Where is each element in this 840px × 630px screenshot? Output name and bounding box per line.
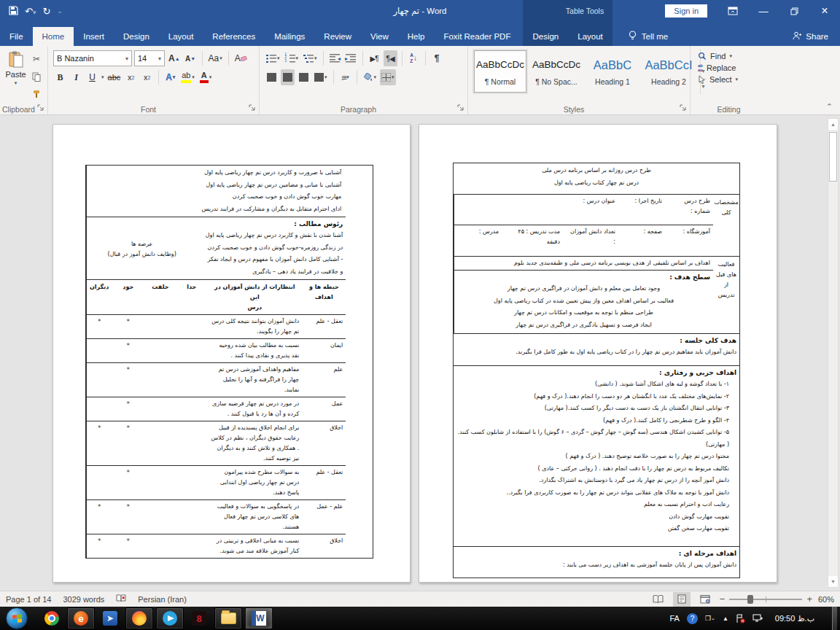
borders-icon[interactable]: ▾ (380, 69, 396, 85)
font-color-icon[interactable]: A▾ (198, 69, 214, 85)
taskbar-clock[interactable]: ب.ظ 09:50 (771, 614, 819, 623)
proofing-errors-icon[interactable] (116, 594, 126, 604)
web-layout-icon[interactable] (696, 592, 714, 607)
minimize-button[interactable]: — (748, 0, 779, 22)
select-button[interactable]: Select ▾ (698, 75, 760, 84)
subscript-icon[interactable]: x2 (124, 69, 138, 85)
change-case-icon[interactable]: Aa▾ (207, 50, 224, 66)
tab-file[interactable]: File (0, 27, 33, 46)
tab-mailings[interactable]: Mailings (265, 27, 314, 46)
taskbar-browser-e-icon[interactable]: e (67, 607, 95, 629)
document-page-1[interactable]: طرح درس روزانه بر اساس برنامه درس ملی در… (419, 124, 777, 583)
tab-table-design[interactable]: Design (523, 27, 568, 46)
bold-icon[interactable]: B (53, 69, 67, 85)
customize-qat-icon[interactable]: ⌄ (57, 8, 63, 15)
clipboard-dialog-launcher-icon[interactable] (37, 104, 45, 112)
language-switcher[interactable]: FA (669, 614, 679, 623)
zoom-percentage[interactable]: 60% (818, 595, 834, 604)
shading-icon[interactable]: ▾ (362, 69, 378, 85)
taskbar-blue-arrow-app-icon[interactable]: ➤ (96, 607, 124, 629)
tab-design[interactable]: Design (114, 27, 159, 46)
share-button[interactable]: Share (781, 27, 840, 46)
document-scrollbar[interactable]: ▲ ▼ (828, 118, 839, 588)
text-highlight-icon[interactable]: ab▾ (179, 69, 196, 85)
show-desktop-button[interactable] (832, 607, 837, 630)
scrollbar-thumb[interactable] (829, 132, 837, 182)
zoom-out-icon[interactable]: − (720, 594, 726, 604)
underline-dropdown-arrow[interactable]: ▾ (101, 74, 104, 80)
redo-icon[interactable]: ↻ (42, 7, 50, 16)
tab-foxit-reader-pdf[interactable]: Foxit Reader PDF (434, 27, 520, 46)
multilevel-list-icon[interactable]: ▾ (302, 50, 319, 66)
bullets-icon[interactable]: ▾ (265, 50, 281, 66)
ltr-text-direction-icon[interactable]: ▶¶ (368, 50, 381, 66)
align-center-icon[interactable] (281, 69, 295, 85)
increase-indent-icon[interactable] (344, 50, 358, 66)
line-spacing-icon[interactable]: ↕≡▾ (338, 69, 352, 85)
shrink-font-icon[interactable]: A▼ (184, 50, 198, 66)
tab-table-layout[interactable]: Layout (568, 27, 612, 46)
paragraph-dialog-launcher-icon[interactable] (457, 104, 465, 112)
start-button[interactable] (6, 607, 28, 629)
scroll-up-icon[interactable]: ▲ (828, 119, 838, 130)
taskbar-telegram-icon[interactable] (156, 607, 184, 629)
restore-button[interactable] (779, 0, 809, 22)
taskbar-firefox-icon[interactable] (125, 607, 153, 629)
tab-references[interactable]: References (203, 27, 265, 46)
tab-help[interactable]: Help (398, 27, 435, 46)
taskbar-file-explorer-icon[interactable] (214, 607, 242, 629)
close-button[interactable]: × (809, 0, 840, 22)
format-painter-icon[interactable] (28, 87, 44, 101)
action-center-flag-icon[interactable] (736, 614, 745, 623)
taskbar-chrome-icon[interactable] (38, 607, 66, 629)
ribbon-display-options-icon[interactable] (718, 0, 748, 22)
paste-dropdown-arrow[interactable]: ▾ (15, 80, 18, 86)
numbering-icon[interactable]: ▾ (284, 50, 300, 66)
taskbar-word-icon[interactable]: W (245, 607, 273, 629)
replace-button[interactable]: abac Replace (698, 63, 760, 72)
align-right-icon[interactable] (297, 69, 311, 85)
font-name-select[interactable]: B Nazanin▾ (53, 50, 132, 66)
zoom-in-icon[interactable]: + (806, 594, 812, 604)
cut-icon[interactable]: ✂ (28, 52, 44, 66)
style-heading1[interactable]: AaBbC Heading 1 (586, 50, 639, 93)
save-icon[interactable] (9, 6, 18, 17)
sort-icon[interactable]: AZ↓ (407, 50, 421, 66)
tray-window-icon[interactable]: ❐⌄ (705, 615, 715, 622)
superscript-icon[interactable]: x2 (140, 69, 154, 85)
style-heading2[interactable]: AaBbCcI Heading 2 (642, 50, 695, 93)
styles-dialog-launcher-icon[interactable] (680, 104, 688, 112)
strikethrough-icon[interactable]: abc (106, 69, 122, 85)
underline-icon[interactable]: U (85, 69, 99, 85)
font-size-select[interactable]: 14▾ (134, 50, 165, 66)
text-effects-icon[interactable]: A▾ (163, 69, 177, 85)
taskbar-red-app-icon[interactable]: 8 (185, 607, 213, 629)
zoom-slider-thumb[interactable] (747, 595, 753, 604)
tell-me-box[interactable]: Tell me (629, 27, 668, 46)
undo-icon[interactable]: ↶▾ (25, 7, 36, 16)
grow-font-icon[interactable]: A▲ (167, 50, 182, 66)
tab-view[interactable]: View (361, 27, 398, 46)
help-tray-icon[interactable]: ? (687, 613, 698, 624)
language-indicator[interactable]: Persian (Iran) (138, 595, 187, 604)
copy-icon[interactable] (28, 69, 44, 84)
tab-insert[interactable]: Insert (74, 27, 114, 46)
rtl-text-direction-icon[interactable]: ¶◀ (384, 50, 397, 66)
print-layout-icon[interactable] (673, 592, 691, 607)
network-icon[interactable] (752, 614, 763, 623)
style-normal[interactable]: AaBbCcDc ¶ Normal (474, 50, 526, 93)
justify-icon[interactable]: ▾ (313, 69, 329, 85)
tab-home[interactable]: Home (33, 27, 74, 46)
document-page-2[interactable]: آشنایی با ضرورت و کاربرد درس تم چهار ریا… (52, 124, 411, 583)
read-mode-icon[interactable] (650, 592, 667, 607)
align-left-icon[interactable] (265, 69, 279, 85)
word-count[interactable]: 3029 words (63, 595, 104, 604)
show-hidden-icons-icon[interactable]: ▲ (723, 615, 728, 622)
tab-review[interactable]: Review (314, 27, 361, 46)
find-button[interactable]: Find ▾ (698, 52, 760, 61)
font-dialog-launcher-icon[interactable] (249, 104, 257, 112)
scroll-down-icon[interactable]: ▼ (828, 576, 838, 587)
tab-layout[interactable]: Layout (159, 27, 203, 46)
style-no-spacing[interactable]: AaBbCcDc ¶ No Spac... (530, 50, 583, 93)
show-hide-paragraph-icon[interactable]: ¶ (430, 50, 444, 66)
